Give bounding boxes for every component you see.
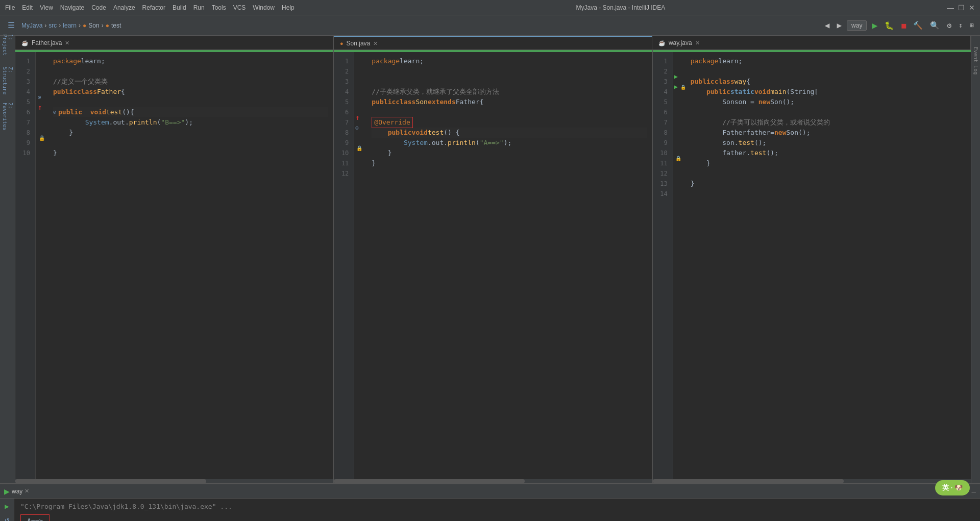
menu-code[interactable]: Code bbox=[91, 4, 106, 11]
way-gutter: ▶ ▶ 🔒 🔒 bbox=[673, 52, 685, 479]
title-bar: File Edit View Navigate Code Analyze Ref… bbox=[0, 0, 980, 15]
breadcrumb-myjava[interactable]: MyJava bbox=[21, 22, 42, 29]
menu-tools[interactable]: Tools bbox=[212, 4, 226, 11]
breadcrumb-test-label[interactable]: test bbox=[111, 22, 121, 29]
editor-area: ☕ Father.java ✕ ● Son.java ✕ ☕ way.java … bbox=[15, 36, 971, 483]
run-tab-label[interactable]: way bbox=[12, 488, 22, 495]
stop-button[interactable]: ■ bbox=[899, 20, 908, 31]
git-button[interactable]: ↕ bbox=[957, 20, 965, 30]
son-bp-8[interactable]: ⊙ bbox=[355, 123, 359, 131]
toolbar-left: ☰ MyJava › src › learn › ● Son › ● test bbox=[4, 18, 121, 33]
breadcrumb-test[interactable]: ● bbox=[106, 22, 109, 29]
tab-son-close[interactable]: ✕ bbox=[373, 40, 378, 47]
favorites-icon[interactable]: 2: Favorites bbox=[1, 109, 14, 123]
settings-button[interactable]: ⚙ bbox=[945, 20, 953, 31]
way-code-area[interactable]: package learn; public class way { public… bbox=[685, 52, 971, 479]
menu-edit[interactable]: Edit bbox=[22, 4, 33, 11]
son-arrow-7: ↑ bbox=[355, 113, 359, 121]
menu-refactor[interactable]: Refactor bbox=[142, 4, 165, 11]
run-content: ▶ ↺ ■ ⊙ ⚙ 📌 🗑 ≡ "C:\Program Files\Java\j… bbox=[0, 499, 980, 521]
father-editor-content[interactable]: 12345 678910 ⊙ ↑ 🔒 bbox=[15, 52, 333, 479]
run-output: "C:\Program Files\Java\jdk1.8.0_131\bin\… bbox=[14, 499, 980, 521]
menu-navigate[interactable]: Navigate bbox=[60, 4, 84, 11]
structure-icon[interactable]: Z: Structure bbox=[1, 73, 14, 88]
father-line-numbers: 12345 678910 bbox=[15, 52, 36, 479]
menu-view[interactable]: View bbox=[40, 4, 53, 11]
breadcrumb-son-label[interactable]: Son bbox=[88, 22, 99, 29]
main-layout: 1: Project Z: Structure 2: Favorites ☕ F… bbox=[0, 36, 980, 483]
run-tab-bar: ▶ way ✕ ⚙ — bbox=[0, 484, 980, 499]
tab-father-java[interactable]: ☕ Father.java ✕ bbox=[15, 36, 334, 49]
tab-way-close[interactable]: ✕ bbox=[695, 40, 700, 46]
menu-vcs[interactable]: VCS bbox=[233, 4, 246, 11]
way-run-4[interactable]: ▶ bbox=[674, 83, 678, 90]
run-left-tools: ▶ ↺ ■ ⊙ ⚙ 📌 🗑 ≡ bbox=[0, 499, 14, 521]
run-play-icon[interactable]: ▶ bbox=[1, 501, 13, 512]
toolbar-right: ◀ ▶ way ▶ 🐛 ■ 🔨 🔍 ⚙ ↕ ⊞ bbox=[823, 19, 976, 32]
father-arrow-5: ↑ bbox=[38, 103, 42, 111]
run-rerun-icon[interactable]: ↺ bbox=[1, 514, 13, 521]
son-editor-content[interactable]: 12345 678910 1112 ↑ ⊙ 🔒 bbox=[334, 52, 652, 479]
tab-son-label[interactable]: Son.java bbox=[347, 40, 371, 47]
run-config-selector[interactable]: way bbox=[847, 20, 867, 31]
father-bp-5[interactable]: ⊙ bbox=[38, 93, 41, 101]
close-button[interactable]: ✕ bbox=[969, 4, 975, 12]
window-title: MyJava - Son.java - IntelliJ IDEA bbox=[576, 4, 666, 11]
menu-bar: File Edit View Navigate Code Analyze Ref… bbox=[5, 4, 295, 11]
menu-file[interactable]: File bbox=[5, 4, 15, 11]
breadcrumb-son[interactable]: ● bbox=[83, 22, 86, 29]
notification-text: 英 · 🐶 bbox=[942, 483, 963, 492]
editor-pane-father: 12345 678910 ⊙ ↑ 🔒 bbox=[15, 50, 334, 483]
tab-father-label[interactable]: Father.java bbox=[32, 39, 62, 46]
way-scrollbar[interactable] bbox=[653, 479, 971, 483]
output-line-1: A==> bbox=[27, 517, 43, 521]
menu-window[interactable]: Window bbox=[253, 4, 275, 11]
run-button[interactable]: ▶ bbox=[870, 19, 879, 32]
way-run-3[interactable]: ▶ bbox=[674, 72, 678, 80]
search-button[interactable]: 🔍 bbox=[928, 20, 942, 31]
event-log-sidebar[interactable]: Event Log bbox=[973, 47, 978, 75]
menu-run[interactable]: Run bbox=[193, 4, 205, 11]
way-editor-content[interactable]: 12345 678910 11121314 ▶ ▶ bbox=[653, 52, 971, 479]
son-line-numbers: 12345 678910 1112 bbox=[334, 52, 354, 479]
breadcrumb: MyJava › src › learn › ● Son › ● test bbox=[21, 22, 121, 29]
way-line-numbers: 12345 678910 11121314 bbox=[653, 52, 673, 479]
way-lock-11: 🔒 bbox=[675, 154, 681, 162]
editor-pane-son: 12345 678910 1112 ↑ ⊙ 🔒 bbox=[334, 50, 652, 483]
notification-bubble[interactable]: 英 · 🐶 bbox=[935, 480, 970, 495]
toolbar: ☰ MyJava › src › learn › ● Son › ● test … bbox=[0, 15, 980, 36]
project-icon[interactable]: 1: Project bbox=[1, 38, 14, 52]
son-java-icon: ● bbox=[340, 40, 344, 46]
debug-button[interactable]: 🐛 bbox=[883, 20, 896, 31]
menu-build[interactable]: Build bbox=[173, 4, 186, 11]
right-sidebar: Event Log bbox=[971, 36, 980, 483]
run-tab-way[interactable]: ▶ way ✕ bbox=[4, 487, 29, 495]
tab-father-close[interactable]: ✕ bbox=[65, 40, 69, 46]
tab-son-java[interactable]: ● Son.java ✕ bbox=[334, 36, 652, 49]
son-code-area[interactable]: package learn; //子类继承父类，就继承了父类全部的方法 publ… bbox=[366, 52, 652, 479]
menu-analyze[interactable]: Analyze bbox=[113, 4, 135, 11]
father-code-area[interactable]: package learn; //定义一个父类类 public class Fa… bbox=[48, 52, 333, 479]
run-tab-close[interactable]: ✕ bbox=[24, 488, 29, 494]
tab-way-java[interactable]: ☕ way.java ✕ bbox=[652, 36, 971, 49]
maximize-button[interactable]: ☐ bbox=[958, 4, 965, 12]
sidebar-toggle-icon[interactable]: ☰ bbox=[4, 18, 18, 33]
son-lock-10: 🔒 bbox=[356, 144, 362, 152]
tab-way-label[interactable]: way.java bbox=[669, 39, 692, 46]
build-button[interactable]: 🔨 bbox=[911, 20, 925, 31]
editor-pane-way: 12345 678910 11121314 ▶ ▶ bbox=[653, 50, 971, 483]
son-gutter: ↑ ⊙ 🔒 bbox=[354, 52, 366, 479]
back-button[interactable]: ◀ bbox=[823, 19, 832, 31]
father-scrollbar[interactable] bbox=[15, 479, 333, 483]
window-controls[interactable]: — ☐ ✕ bbox=[947, 4, 975, 12]
layout-button[interactable]: ⊞ bbox=[968, 20, 976, 30]
run-command-line: "C:\Program Files\Java\jdk1.8.0_131\bin\… bbox=[20, 503, 974, 510]
breadcrumb-learn[interactable]: learn bbox=[63, 22, 77, 29]
left-sidebar: 1: Project Z: Structure 2: Favorites bbox=[0, 36, 15, 483]
minimize-button[interactable]: — bbox=[947, 4, 954, 12]
son-scrollbar[interactable] bbox=[334, 479, 652, 483]
breadcrumb-src[interactable]: src bbox=[48, 22, 57, 29]
run-minimize-icon[interactable]: — bbox=[972, 487, 976, 495]
menu-help[interactable]: Help bbox=[282, 4, 295, 11]
forward-button[interactable]: ▶ bbox=[835, 19, 844, 31]
